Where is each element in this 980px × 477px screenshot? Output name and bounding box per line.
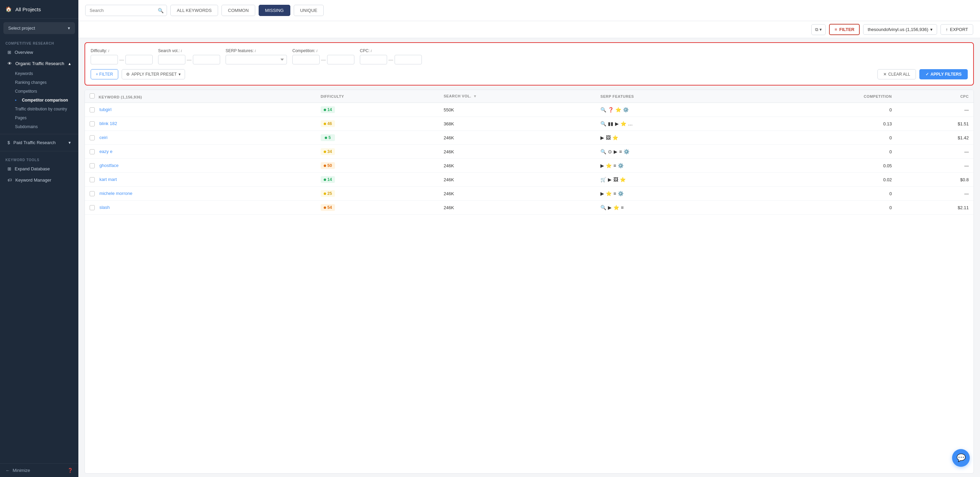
sidebar-item-keywords[interactable]: Keywords: [11, 69, 76, 78]
copy-dropdown-icon: ▾: [819, 27, 822, 32]
row-checkbox[interactable]: [90, 149, 95, 154]
sidebar-item-traffic-distribution[interactable]: Traffic distribution by country: [11, 105, 76, 113]
serp-icon: ⊙: [608, 149, 612, 154]
td-competition: 0.02: [756, 173, 897, 187]
row-checkbox[interactable]: [90, 121, 95, 126]
difficulty-max-input[interactable]: [126, 55, 153, 64]
toolbar: ⧉ ▾ ≡ FILTER thesoundofvinyl.us (1,156,9…: [78, 21, 980, 38]
search-vol-max-input[interactable]: [193, 55, 220, 64]
clear-all-button[interactable]: ✕ CLEAR ALL: [877, 69, 916, 80]
filter-button[interactable]: ≡ FILTER: [829, 24, 860, 35]
td-serp-features: ▶⭐≡⚙️: [596, 159, 756, 173]
sidebar-item-organic-traffic[interactable]: 👁 Organic Traffic Research ▴: [2, 58, 76, 69]
tab-unique[interactable]: UNIQUE: [294, 5, 324, 16]
competition-min-input[interactable]: [293, 55, 320, 64]
sidebar-item-ranking-changes[interactable]: Ranking changes: [11, 78, 76, 87]
difficulty-dot: [324, 151, 326, 153]
tab-common[interactable]: COMMON: [221, 5, 255, 16]
serp-icon: ⭐: [613, 205, 619, 210]
keyword-link[interactable]: kart mart: [100, 177, 117, 182]
apply-filters-button[interactable]: ✓ APPLY FILTERS: [920, 69, 968, 80]
serp-icon: …: [628, 121, 633, 126]
serp-icons-group: 🛒▶🖼⭐: [600, 177, 751, 182]
td-competition: 0.05: [756, 159, 897, 173]
add-filter-button[interactable]: + FILTER: [91, 69, 118, 80]
sidebar-item-expand-db[interactable]: ⊞ Expand Database: [2, 163, 76, 175]
td-search-vol: 550K: [439, 103, 596, 117]
th-search-vol: SEARCH VOL. ▾: [439, 90, 596, 103]
search-input[interactable]: [85, 5, 167, 16]
th-cpc: CPC: [897, 90, 974, 103]
difficulty-badge: 54: [321, 204, 335, 211]
td-search-vol: 246K: [439, 201, 596, 215]
filter-icon: ≡: [835, 27, 837, 32]
apply-preset-button[interactable]: ⚙ APPLY FILTER PRESET ▾: [122, 69, 185, 80]
table-row: kart mart 14 246K 🛒▶🖼⭐ 0.02 $0.8: [85, 173, 974, 187]
keyword-link[interactable]: blink 182: [100, 121, 117, 126]
organic-traffic-label: Organic Traffic Research: [15, 61, 64, 66]
keyword-link[interactable]: eazy e: [100, 149, 113, 154]
tab-all-keywords[interactable]: ALL KEYWORDS: [170, 5, 218, 16]
td-cpc: —: [897, 159, 974, 173]
chat-bubble[interactable]: 💬: [952, 449, 970, 467]
row-checkbox[interactable]: [90, 177, 95, 182]
minimize-label: Minimize: [13, 468, 30, 473]
keyword-link[interactable]: ceiri: [100, 135, 108, 140]
domain-button[interactable]: thesoundofvinyl.us (1,156,936) ▾: [863, 24, 937, 35]
table-header-row: KEYWORD (1,156,936) DIFFICULTY SEARCH VO…: [85, 90, 974, 103]
sidebar-item-overview[interactable]: ⊞ Overview: [2, 47, 76, 58]
sidebar-item-keyword-manager[interactable]: 🏷 Keyword Manager: [2, 175, 76, 186]
td-cpc: $1.51: [897, 117, 974, 131]
serp-icons-group: 🔍▮▮▶⭐…: [600, 121, 751, 126]
sidebar-item-competitors[interactable]: Competitors: [11, 87, 76, 96]
sidebar-item-competitor-comparison[interactable]: Competitor comparison: [11, 96, 76, 105]
select-project[interactable]: Select project ▾: [3, 22, 75, 34]
minimize-footer[interactable]: ← Minimize ❓: [0, 463, 78, 477]
preset-icon: ⚙: [126, 72, 130, 77]
filter-panel: Difficulty: i — Search vol.: i —: [84, 42, 974, 86]
difficulty-min-input[interactable]: [91, 55, 118, 64]
keyword-link[interactable]: michele morrone: [100, 191, 132, 196]
serp-features-select[interactable]: [226, 55, 287, 64]
tab-missing[interactable]: MISSING: [259, 5, 290, 16]
serp-icon: ▶: [608, 177, 612, 182]
x-icon: ✕: [883, 72, 887, 77]
search-vol-sep: —: [187, 57, 191, 62]
row-checkbox[interactable]: [90, 107, 95, 113]
cpc-filter: CPC: i —: [360, 48, 422, 64]
keyword-link[interactable]: slash: [100, 205, 110, 210]
row-checkbox[interactable]: [90, 135, 95, 140]
td-cpc: $0.8: [897, 173, 974, 187]
row-checkbox[interactable]: [90, 163, 95, 168]
ranking-changes-label: Ranking changes: [15, 80, 47, 85]
serp-icon: ⭐: [606, 163, 612, 168]
row-checkbox[interactable]: [90, 205, 95, 210]
serp-icon: 🔍: [600, 121, 606, 126]
difficulty-badge: 46: [321, 120, 335, 127]
keyword-link[interactable]: tubgirl: [100, 107, 111, 112]
copy-button[interactable]: ⧉ ▾: [811, 24, 826, 35]
select-all-checkbox[interactable]: [90, 93, 95, 99]
sidebar-item-paid-traffic[interactable]: $ Paid Traffic Research ▾: [2, 137, 76, 148]
domain-label: thesoundofvinyl.us (1,156,936): [867, 27, 928, 32]
sidebar-item-subdomains[interactable]: Subdomains: [11, 122, 76, 131]
td-keyword: eazy e: [85, 145, 316, 159]
td-keyword: blink 182: [85, 117, 316, 131]
cpc-max-input[interactable]: [395, 55, 422, 64]
export-button[interactable]: ↑ EXPORT: [940, 24, 973, 35]
cpc-min-input[interactable]: [360, 55, 387, 64]
td-search-vol: 246K: [439, 159, 596, 173]
sidebar-item-pages[interactable]: Pages: [11, 113, 76, 122]
td-serp-features: 🔍❓⭐⚙️: [596, 103, 756, 117]
difficulty-dot: [325, 137, 327, 139]
keyword-link[interactable]: ghostface: [100, 163, 119, 168]
sort-icon[interactable]: ▾: [474, 94, 476, 98]
competition-max-input[interactable]: [327, 55, 355, 64]
row-checkbox[interactable]: [90, 191, 95, 196]
sidebar-all-projects[interactable]: 🏠 All Projects: [0, 0, 78, 19]
th-serp-features: SERP FEATURES: [596, 90, 756, 103]
serp-icon: ▶: [600, 135, 604, 140]
serp-icon: ⭐: [606, 191, 612, 196]
search-vol-min-input[interactable]: [158, 55, 185, 64]
table-row: ghostface 50 246K ▶⭐≡⚙️ 0.05 —: [85, 159, 974, 173]
